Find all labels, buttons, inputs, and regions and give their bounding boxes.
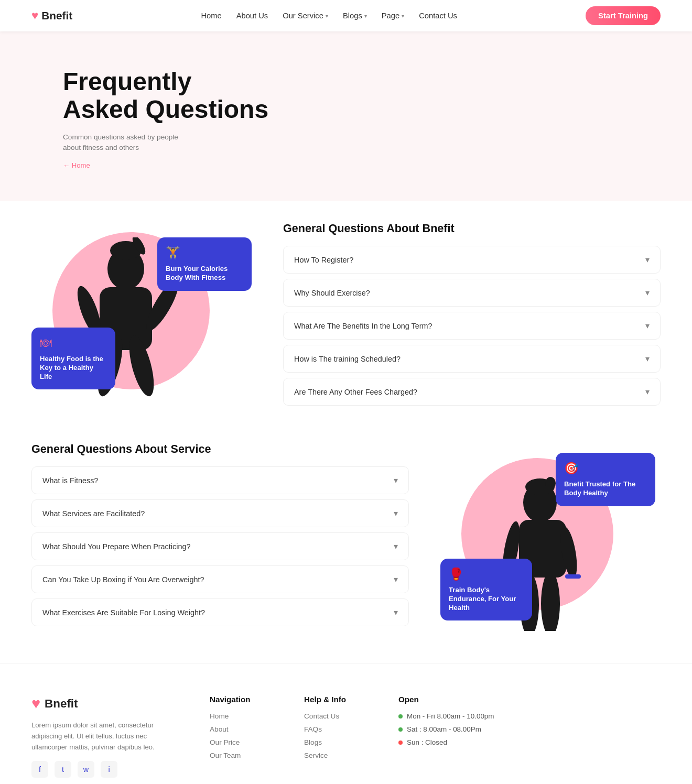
faq-item[interactable]: What Should You Prepare When Practicing?… [31, 532, 409, 560]
chevron-down-icon: ▾ [394, 541, 398, 551]
footer-hours-mon: Mon - Fri 8.00am - 10.00pm [398, 712, 494, 720]
chevron-down-icon: ▾ [645, 354, 650, 364]
faq-image-right: 🎯 Bnefit Trusted for The Body Healthy 🥊 … [440, 442, 661, 631]
page-title: Frequently Asked Questions [31, 68, 661, 124]
footer-hours-title: Open [398, 695, 494, 704]
target-icon: 🎯 [564, 461, 647, 475]
faq-service-title: General Questions About Service [31, 442, 409, 456]
faq-item[interactable]: Are There Any Other Fees Charged? ▾ [283, 378, 661, 406]
faq-service-row: General Questions About Service What is … [31, 442, 661, 631]
instagram-icon[interactable]: i [101, 761, 117, 778]
faq-item[interactable]: Why Should Exercise? ▾ [283, 279, 661, 307]
open-dot-icon [398, 714, 403, 718]
svg-point-16 [545, 477, 556, 489]
nav-page[interactable]: Page ▾ [382, 12, 404, 20]
chevron-down-icon: ▾ [394, 607, 398, 617]
faq-item[interactable]: Can You Take Up Boxing if You Are Overwe… [31, 565, 409, 593]
footer-socials: f t w i [31, 761, 178, 778]
footer-description: Lorem ipsum dolor sit amet, consectetur … [31, 720, 178, 753]
nav-contact[interactable]: Contact Us [419, 12, 457, 20]
footer-logo-text: Bnefit [45, 697, 78, 711]
faq-service-questions: General Questions About Service What is … [31, 442, 409, 631]
hero-subtitle: Common questions asked by people about f… [63, 132, 189, 154]
footer: ♥ Bnefit Lorem ipsum dolor sit amet, con… [0, 663, 692, 784]
faq-bnefit-title: General Questions About Bnefit [283, 222, 661, 235]
faq-item[interactable]: How is The training Scheduled? ▾ [283, 345, 661, 373]
faq-card-healthy-text: Healthy Food is the Key to a Healthy Lif… [40, 354, 107, 381]
footer-top: ♥ Bnefit Lorem ipsum dolor sit amet, con… [31, 695, 661, 778]
logo[interactable]: ♥ Bnefit [31, 9, 72, 23]
faq-card-burn: 🏋 Burn Your Calories Body With Fitness [157, 237, 252, 290]
footer-nav-price[interactable]: Our Price [210, 738, 273, 746]
chevron-down-icon: ▾ [645, 255, 650, 265]
chevron-down-icon: ▾ [394, 475, 398, 485]
faq-card-trusted: 🎯 Bnefit Trusted for The Body Healthy [556, 453, 655, 506]
nav-about[interactable]: About Us [236, 12, 268, 20]
nav-links: Home About Us Our Service ▾ Blogs ▾ Page… [201, 12, 457, 20]
twitter-icon[interactable]: t [55, 761, 71, 778]
footer-service[interactable]: Service [304, 752, 367, 759]
faq-card-trusted-text: Bnefit Trusted for The Body Healthy [564, 480, 647, 497]
breadcrumb-home[interactable]: ← Home [63, 161, 90, 169]
whatsapp-icon[interactable]: w [78, 761, 94, 778]
chevron-down-icon: ▾ [645, 387, 650, 397]
chevron-down-icon: ▾ [364, 13, 367, 19]
footer-logo: ♥ Bnefit [31, 695, 178, 712]
footer-nav-col: Navigation Home About Our Price Our Team [210, 695, 273, 778]
food-icon: 🍽 [40, 336, 107, 350]
footer-nav-title: Navigation [210, 695, 273, 704]
faq-bnefit-row: 🍽 Healthy Food is the Key to a Healthy L… [31, 222, 661, 411]
heart-icon: ♥ [31, 9, 38, 23]
faq-card-train: 🥊 Train Body's Endurance, For Your Healt… [440, 559, 532, 620]
faq-card-burn-text: Burn Your Calories Body With Fitness [166, 264, 243, 282]
faq-item[interactable]: What Are The Benefits In the Long Term? … [283, 312, 661, 340]
chevron-down-icon: ▾ [326, 13, 328, 19]
chevron-down-icon: ▾ [394, 574, 398, 584]
faq-item[interactable]: How To Register? ▾ [283, 246, 661, 274]
faq-bnefit-questions: General Questions About Bnefit How To Re… [283, 222, 661, 411]
footer-nav-about[interactable]: About [210, 725, 273, 733]
breadcrumb[interactable]: ← Home [63, 161, 661, 169]
logo-text: Bnefit [41, 9, 72, 22]
faq-image-left: 🍽 Healthy Food is the Key to a Healthy L… [31, 222, 252, 400]
chevron-down-icon: ▾ [645, 321, 650, 331]
faq-item[interactable]: What is Fitness? ▾ [31, 466, 409, 494]
nav-service[interactable]: Our Service ▾ [283, 12, 328, 20]
footer-hours-col: Open Mon - Fri 8.00am - 10.00pm Sat : 8.… [398, 695, 494, 778]
nav-blogs[interactable]: Blogs ▾ [343, 12, 367, 20]
footer-brand: ♥ Bnefit Lorem ipsum dolor sit amet, con… [31, 695, 178, 778]
open-dot-icon [398, 727, 403, 732]
closed-dot-icon [398, 741, 403, 745]
start-training-button[interactable]: Start Training [586, 6, 661, 25]
footer-nav-home[interactable]: Home [210, 712, 273, 720]
nav-home[interactable]: Home [201, 12, 221, 20]
dumbbell-icon: 🏋 [166, 246, 243, 260]
faq-wrapper: 🍽 Healthy Food is the Key to a Healthy L… [0, 201, 692, 663]
facebook-icon[interactable]: f [31, 761, 48, 778]
chevron-down-icon: ▾ [402, 13, 404, 19]
footer-help-title: Help & Info [304, 695, 367, 704]
footer-blogs[interactable]: Blogs [304, 738, 367, 746]
footer-faqs[interactable]: FAQs [304, 725, 367, 733]
footer-contact[interactable]: Contact Us [304, 712, 367, 720]
chevron-down-icon: ▾ [394, 508, 398, 518]
svg-rect-12 [565, 574, 581, 579]
navbar: ♥ Bnefit Home About Us Our Service ▾ Blo… [0, 0, 692, 31]
faq-item[interactable]: What Services are Facilitated? ▾ [31, 499, 409, 527]
faq-item[interactable]: What Exercises Are Suitable For Losing W… [31, 598, 409, 626]
faq-card-healthy: 🍽 Healthy Food is the Key to a Healthy L… [31, 328, 115, 389]
faq-card-train-text: Train Body's Endurance, For Your Health [449, 585, 524, 612]
heart-icon: ♥ [31, 695, 40, 712]
footer-help-col: Help & Info Contact Us FAQs Blogs Servic… [304, 695, 367, 778]
footer-nav-team[interactable]: Our Team [210, 752, 273, 759]
hero-section: Frequently Asked Questions Common questi… [0, 31, 692, 201]
chevron-down-icon: ▾ [645, 288, 650, 298]
footer-hours-sun: Sun : Closed [398, 738, 494, 746]
svg-point-14 [541, 571, 560, 631]
boxing-icon: 🥊 [449, 567, 524, 581]
footer-hours-sat: Sat : 8.00am - 08.00Pm [398, 725, 494, 733]
